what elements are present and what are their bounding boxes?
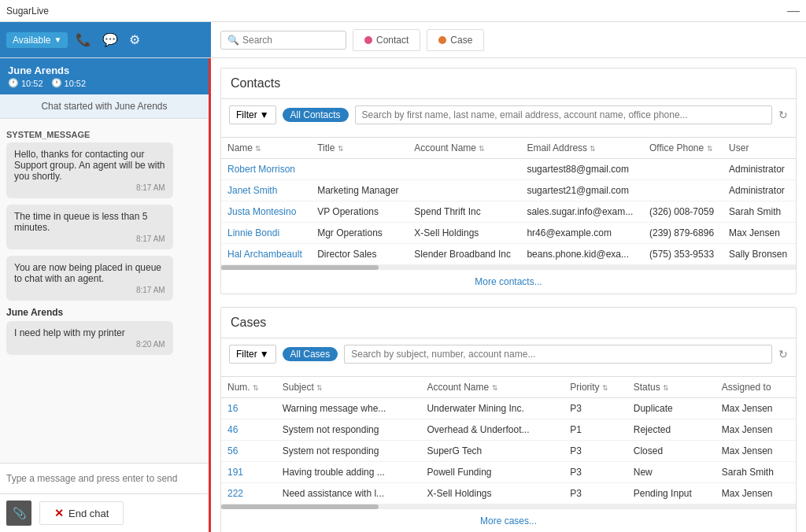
cases-refresh-btn[interactable]: ↻: [778, 348, 788, 360]
cases-search[interactable]: [344, 345, 772, 364]
chat-messages: SYSTEM_MESSAGE Hello, thanks for contact…: [0, 119, 209, 463]
case-status: Rejected: [627, 419, 715, 441]
col-title[interactable]: Title ⇅: [311, 138, 408, 159]
contact-email: hr46@example.com: [520, 223, 643, 244]
cases-header: Cases: [221, 308, 796, 338]
col-num[interactable]: Num. ⇅: [221, 377, 276, 398]
settings-icon[interactable]: ⚙: [126, 29, 143, 50]
contact-account: Slender Broadband Inc: [408, 244, 520, 265]
col-account[interactable]: Account Name ⇅: [408, 138, 520, 159]
contact-account: [408, 180, 520, 201]
col-user[interactable]: User: [723, 138, 796, 159]
contacts-header: Contacts: [221, 68, 796, 99]
tab-case[interactable]: Case: [427, 29, 484, 51]
cases-filter-label: Filter: [236, 349, 257, 360]
col-assigned[interactable]: Assigned to: [715, 377, 796, 398]
contact-name[interactable]: Justa Montesino: [221, 201, 311, 223]
table-row: Janet Smith Marketing Manager sugartest2…: [221, 180, 796, 201]
contacts-refresh-btn[interactable]: ↻: [778, 109, 788, 121]
chat-times: 🕐 10:52 🕐 10:52: [8, 78, 201, 88]
cases-header-row: Num. ⇅ Subject ⇅ Account Name ⇅ Priority…: [221, 377, 796, 398]
contact-user: Administrator: [723, 180, 796, 201]
case-num[interactable]: 191: [221, 462, 276, 483]
contact-name[interactable]: Hal Archambeault: [221, 244, 311, 265]
contacts-filter-btn[interactable]: Filter ▼: [229, 105, 276, 124]
chat-icon[interactable]: 💬: [99, 29, 121, 50]
case-num[interactable]: 16: [221, 398, 276, 419]
clock-icon: 🕐 10:52: [8, 78, 43, 88]
system-msg-2: The time in queue is less than 5 minutes…: [6, 205, 173, 249]
contact-email: sugartest21@gmail.com: [520, 180, 643, 201]
contact-name[interactable]: Linnie Bondi: [221, 223, 311, 244]
contact-account: X-Sell Holdings: [408, 223, 520, 244]
table-row: Robert Morrison sugartest88@gmail.com Ad…: [221, 159, 796, 180]
search-input[interactable]: [242, 35, 337, 46]
col-status[interactable]: Status ⇅: [627, 377, 715, 398]
contacts-search[interactable]: [355, 105, 772, 124]
contact-email: beans.phone.kid@exa...: [520, 244, 643, 265]
table-row: 46 System not responding Overhead & Unde…: [221, 419, 796, 441]
col-subject[interactable]: Subject ⇅: [276, 377, 421, 398]
system-msg-1: Hello, thanks for contacting our Support…: [6, 142, 173, 198]
contacts-tbody: Robert Morrison sugartest88@gmail.com Ad…: [221, 159, 796, 265]
chat-started-msg: Chat started with June Arends: [0, 94, 209, 119]
chat-footer: 📎 ✕ End chat: [0, 493, 209, 532]
contact-dot: [364, 36, 372, 44]
topbar: Available ▼ 📞 💬 ⚙ 🔍 Contact Case: [0, 22, 806, 58]
all-cases-tag[interactable]: All Cases: [283, 347, 338, 361]
case-priority: P1: [564, 419, 627, 441]
case-priority: P3: [564, 398, 627, 419]
attachment-icon[interactable]: 📎: [6, 501, 31, 526]
contacts-header-row: Name ⇅ Title ⇅ Account Name ⇅ Email Addr…: [221, 138, 796, 159]
table-row: 56 System not responding SuperG Tech P3 …: [221, 441, 796, 462]
case-num[interactable]: 46: [221, 419, 276, 441]
contact-title: Mgr Operations: [311, 223, 408, 244]
end-chat-button[interactable]: ✕ End chat: [39, 501, 124, 525]
contact-user: Administrator: [723, 159, 796, 180]
more-cases-link[interactable]: More cases...: [221, 509, 796, 532]
col-phone[interactable]: Office Phone ⇅: [643, 138, 723, 159]
case-num[interactable]: 56: [221, 441, 276, 462]
status-dropdown[interactable]: Available ▼: [6, 32, 68, 48]
tab-case-label: Case: [450, 35, 472, 46]
phone-icon[interactable]: 📞: [72, 29, 94, 50]
all-contacts-tag[interactable]: All Contacts: [283, 108, 349, 122]
contacts-table-container: Name ⇅ Title ⇅ Account Name ⇅ Email Addr…: [221, 138, 796, 270]
case-subject: Warning message whe...: [276, 398, 421, 419]
system-msg-3: You are now being placed in queue to cha…: [6, 256, 173, 301]
more-contacts-link[interactable]: More contacts...: [221, 270, 796, 294]
status-bar: Available ▼ 📞 💬 ⚙: [0, 22, 211, 57]
cases-toolbar: Filter ▼ All Cases ↻: [229, 345, 788, 364]
case-assigned: Max Jensen: [715, 398, 796, 419]
case-assigned: Max Jensen: [715, 483, 796, 504]
case-subject: Need assistance with l...: [276, 483, 421, 504]
cases-filter-btn[interactable]: Filter ▼: [229, 345, 276, 364]
contact-title: Marketing Manager: [311, 180, 408, 201]
user-msg: I need help with my printer 8:20 AM: [6, 321, 173, 355]
contact-title: [311, 159, 408, 180]
minimize-btn[interactable]: —: [787, 4, 800, 18]
cases-table-container: Num. ⇅ Subject ⇅ Account Name ⇅ Priority…: [221, 377, 796, 509]
contact-phone: (239) 879-6896: [643, 223, 723, 244]
clock2-icon: 🕐 10:52: [51, 78, 87, 88]
cases-table: Num. ⇅ Subject ⇅ Account Name ⇅ Priority…: [221, 377, 796, 504]
contact-account: Spend Thrift Inc: [408, 201, 520, 223]
chat-input[interactable]: [6, 470, 202, 487]
tab-contact[interactable]: Contact: [353, 29, 420, 51]
filter-chevron-icon: ▼: [260, 109, 269, 120]
contact-user: Sally Bronsen: [723, 244, 796, 265]
table-row: 16 Warning message whe... Underwater Min…: [221, 398, 796, 419]
col-priority[interactable]: Priority ⇅: [564, 377, 627, 398]
contact-name[interactable]: Janet Smith: [221, 180, 311, 201]
case-num[interactable]: 222: [221, 483, 276, 504]
case-account: Powell Funding: [420, 462, 564, 483]
contact-phone: [643, 180, 723, 201]
col-email[interactable]: Email Address ⇅: [520, 138, 643, 159]
case-account: Underwater Mining Inc.: [420, 398, 564, 419]
col-name[interactable]: Name ⇅: [221, 138, 311, 159]
col-case-account[interactable]: Account Name ⇅: [420, 377, 564, 398]
case-account: X-Sell Holdings: [420, 483, 564, 504]
case-dot: [438, 36, 446, 44]
contact-name[interactable]: Robert Morrison: [221, 159, 311, 180]
cases-title: Cases: [231, 316, 266, 329]
